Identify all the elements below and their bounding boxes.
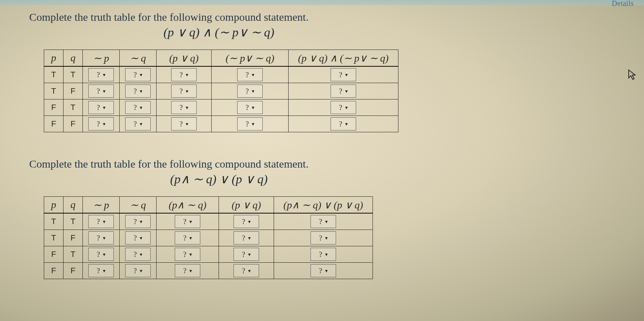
cell-q: T xyxy=(70,250,75,259)
answer-dropdown[interactable]: ?▾ xyxy=(175,264,200,277)
cell-p: T xyxy=(51,217,56,226)
answer-dropdown[interactable]: ?▾ xyxy=(125,248,151,261)
answer-dropdown[interactable]: ?▾ xyxy=(88,85,114,98)
answer-dropdown[interactable]: ?▾ xyxy=(234,248,259,261)
chevron-down-icon: ▾ xyxy=(103,268,105,274)
answer-dropdown[interactable]: ?▾ xyxy=(88,101,114,114)
chevron-down-icon: ▾ xyxy=(103,72,105,78)
table-header-row: p q ∼ p ∼ q (p∧ ∼ q) (p ∨ q) (p∧ ∼ q) ∨ … xyxy=(44,197,373,214)
answer-dropdown[interactable]: ?▾ xyxy=(125,264,151,277)
chevron-down-icon: ▾ xyxy=(252,121,254,127)
cell-q: T xyxy=(70,217,75,226)
table-header-row: p q ∼ p ∼ q (p ∨ q) (∼ p∨ ∼ q) (p ∨ q) ∧… xyxy=(44,50,398,67)
answer-dropdown[interactable]: ?▾ xyxy=(311,264,336,277)
answer-dropdown[interactable]: ?▾ xyxy=(331,117,356,130)
chevron-down-icon: ▾ xyxy=(345,105,348,110)
answer-dropdown[interactable]: ?▾ xyxy=(311,231,336,244)
chevron-down-icon: ▾ xyxy=(189,219,192,224)
answer-dropdown[interactable]: ?▾ xyxy=(311,248,336,261)
answer-dropdown[interactable]: ?▾ xyxy=(125,117,151,130)
chevron-down-icon: ▾ xyxy=(345,88,348,94)
answer-dropdown[interactable]: ?▾ xyxy=(237,85,263,98)
chevron-down-icon: ▾ xyxy=(325,251,328,257)
chevron-down-icon: ▾ xyxy=(325,235,328,241)
answer-dropdown[interactable]: ?▾ xyxy=(125,215,151,228)
chevron-down-icon: ▾ xyxy=(186,121,188,127)
chevron-down-icon: ▾ xyxy=(140,88,142,94)
answer-dropdown[interactable]: ?▾ xyxy=(331,101,356,114)
table-row: T T ?▾ ?▾ ?▾ ?▾ ?▾ xyxy=(44,66,398,83)
chevron-down-icon: ▾ xyxy=(252,88,254,94)
answer-dropdown[interactable]: ?▾ xyxy=(175,248,200,261)
answer-dropdown[interactable]: ?▾ xyxy=(175,231,200,244)
answer-dropdown[interactable]: ?▾ xyxy=(125,68,151,81)
chevron-down-icon: ▾ xyxy=(140,235,142,241)
chevron-down-icon: ▾ xyxy=(345,121,348,127)
cell-q: T xyxy=(70,103,75,112)
chevron-down-icon: ▾ xyxy=(325,219,328,224)
chevron-down-icon: ▾ xyxy=(140,72,142,78)
col-q: q xyxy=(63,50,83,67)
table-row: T F ?▾ ?▾ ?▾ ?▾ ?▾ xyxy=(44,230,373,246)
answer-dropdown[interactable]: ?▾ xyxy=(175,215,200,228)
answer-dropdown[interactable]: ?▾ xyxy=(125,231,151,244)
chevron-down-icon: ▾ xyxy=(252,105,254,110)
answer-dropdown[interactable]: ?▾ xyxy=(88,215,114,228)
answer-dropdown[interactable]: ?▾ xyxy=(237,101,263,114)
chevron-down-icon: ▾ xyxy=(186,72,188,78)
answer-dropdown[interactable]: ?▾ xyxy=(234,264,259,277)
cell-q: F xyxy=(70,86,75,95)
answer-dropdown[interactable]: ?▾ xyxy=(88,68,114,81)
answer-dropdown[interactable]: ?▾ xyxy=(88,248,114,261)
answer-dropdown[interactable]: ?▾ xyxy=(171,85,197,98)
chevron-down-icon: ▾ xyxy=(189,251,192,257)
cell-p: T xyxy=(51,233,56,242)
answer-dropdown[interactable]: ?▾ xyxy=(234,231,259,244)
details-link[interactable]: Details xyxy=(612,0,634,8)
col-result: (p∧ ∼ q) ∨ (p ∨ q) xyxy=(274,197,373,214)
problem1-formula: (p ∨ q) ∧ (∼ p∨ ∼ q) xyxy=(29,25,409,39)
answer-dropdown[interactable]: ?▾ xyxy=(125,85,151,98)
answer-dropdown[interactable]: ?▾ xyxy=(171,68,197,81)
window-top-bar xyxy=(0,0,644,5)
problem2-prompt: Complete the truth table for the followi… xyxy=(29,158,644,170)
table-row: F F ?▾ ?▾ ?▾ ?▾ ?▾ xyxy=(44,116,398,132)
chevron-down-icon: ▾ xyxy=(248,268,251,274)
answer-dropdown[interactable]: ?▾ xyxy=(237,68,263,81)
chevron-down-icon: ▾ xyxy=(140,105,142,110)
truth-table-2: p q ∼ p ∼ q (p∧ ∼ q) (p ∨ q) (p∧ ∼ q) ∨ … xyxy=(44,196,373,279)
chevron-down-icon: ▾ xyxy=(103,121,105,127)
cell-p: F xyxy=(51,266,56,275)
cell-p: F xyxy=(51,119,56,128)
answer-dropdown[interactable]: ?▾ xyxy=(88,117,114,130)
answer-dropdown[interactable]: ?▾ xyxy=(237,117,263,130)
cell-p: T xyxy=(51,86,56,95)
table-row: T F ?▾ ?▾ ?▾ ?▾ ?▾ xyxy=(44,83,398,99)
problem1-prompt: Complete the truth table for the followi… xyxy=(29,11,644,23)
chevron-down-icon: ▾ xyxy=(140,219,142,224)
col-p: p xyxy=(44,50,63,67)
answer-dropdown[interactable]: ?▾ xyxy=(331,85,356,98)
col-p: p xyxy=(44,197,63,214)
answer-dropdown[interactable]: ?▾ xyxy=(171,101,197,114)
col-result: (p ∨ q) ∧ (∼ p∨ ∼ q) xyxy=(289,50,398,67)
table-row: F T ?▾ ?▾ ?▾ ?▾ ?▾ xyxy=(44,246,373,263)
answer-dropdown[interactable]: ?▾ xyxy=(331,68,356,81)
answer-dropdown[interactable]: ?▾ xyxy=(171,117,197,130)
cell-p: F xyxy=(51,103,56,112)
answer-dropdown[interactable]: ?▾ xyxy=(234,215,259,228)
answer-dropdown[interactable]: ?▾ xyxy=(88,231,114,244)
answer-dropdown[interactable]: ?▾ xyxy=(88,264,114,277)
chevron-down-icon: ▾ xyxy=(103,251,105,257)
answer-dropdown[interactable]: ?▾ xyxy=(311,215,336,228)
cell-q: T xyxy=(70,70,75,79)
chevron-down-icon: ▾ xyxy=(189,235,192,241)
table-row: F F ?▾ ?▾ ?▾ ?▾ ?▾ xyxy=(44,263,373,279)
cell-p: T xyxy=(51,70,56,79)
col-not-p: ∼ p xyxy=(83,197,120,214)
mouse-cursor-icon xyxy=(628,69,637,83)
chevron-down-icon: ▾ xyxy=(103,88,105,94)
answer-dropdown[interactable]: ?▾ xyxy=(125,101,151,114)
col-p-or-q: (p ∨ q) xyxy=(157,50,212,67)
chevron-down-icon: ▾ xyxy=(103,219,105,224)
